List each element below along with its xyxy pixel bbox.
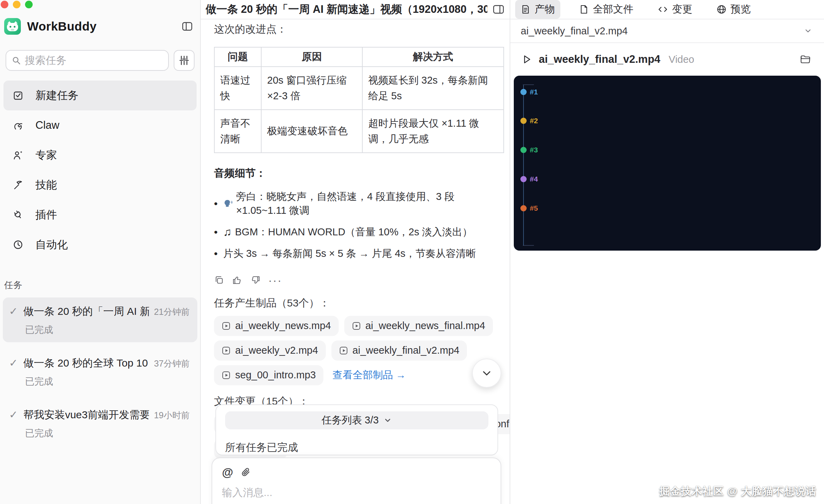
thumbs-down-button[interactable] (250, 275, 261, 285)
task-item[interactable]: ✓ 做一条 20 秒的「一周 AI 新闻... 21分钟前 已完成 (3, 297, 197, 342)
search-input[interactable] (25, 54, 163, 66)
artifact-name: seg_00_intro.mp3 (235, 369, 316, 381)
open-folder-icon[interactable] (800, 54, 811, 65)
message-content: 这次的改进点： 问题 原因 解决方式 语速过快 20s 窗口强行压缩 ×2-3 … (201, 22, 510, 459)
sidebar-item-claw[interactable]: Claw (3, 110, 197, 140)
sidebar-collapse-icon[interactable] (181, 20, 193, 32)
speaking-head-icon (223, 199, 233, 209)
task-list-toggle[interactable]: 任务列表 3/3 (225, 411, 488, 429)
column-header: 问题 (214, 47, 261, 67)
attachment-icon[interactable] (241, 467, 251, 478)
search-box[interactable] (6, 50, 169, 71)
view-all-artifacts-link[interactable]: 查看全部制品 → (332, 368, 406, 382)
artifact-file-select[interactable]: ai_weekly_final_v2.mp4 (510, 19, 824, 43)
filter-button[interactable] (174, 50, 195, 71)
tab-all-files[interactable]: 全部文件 (574, 0, 639, 19)
timeline-label: #3 (530, 146, 538, 154)
artifact-chip[interactable]: ai_weekly_v2.mp4 (214, 341, 326, 361)
message-composer[interactable]: @ (212, 457, 501, 504)
improvements-table: 问题 原因 解决方式 语速过快 20s 窗口强行压缩 ×2-3 倍 视频延长到 … (214, 47, 504, 153)
table-cell: 视频延长到 32s，每条新闻给足 5s (362, 67, 504, 110)
bullet-text: 片头 3s → 每条新闻 5s × 5 条 → 片尾 4s，节奏从容清晰 (223, 247, 476, 261)
expert-person-icon (13, 150, 24, 161)
video-file-icon (222, 321, 231, 330)
column-header: 原因 (261, 47, 362, 67)
bullet-dot: • (214, 198, 218, 210)
task-status: 已完成 (25, 375, 190, 388)
pickaxe-icon (13, 179, 24, 191)
sidebar-item-skills[interactable]: 技能 (3, 170, 197, 200)
chat-main: 做一条 20 秒的「一周 AI 新闻速递」视频（1920x1080，30fp..… (201, 0, 510, 504)
task-time: 19小时前 (154, 410, 190, 421)
plug-icon (13, 209, 24, 220)
more-actions-button[interactable]: ··· (268, 274, 282, 287)
message-input[interactable] (222, 487, 491, 498)
artifact-chip[interactable]: ai_weekly_news_final.mp4 (344, 316, 493, 336)
tab-label: 预览 (731, 2, 751, 16)
bullet-dot: • (214, 248, 218, 260)
timeline-label: #1 (530, 88, 538, 96)
artifact-chip[interactable]: ai_weekly_news.mp4 (214, 316, 339, 336)
video-preview[interactable]: #1 #2 #3 #4 #5 (514, 76, 821, 251)
sidebar-item-experts[interactable]: 专家 (3, 140, 197, 170)
task-status: 已完成 (25, 427, 190, 439)
clock-icon (13, 239, 24, 250)
bullet-text: BGM：HUMAN WORLD（音量 10%，2s 淡入淡出） (235, 225, 472, 239)
table-row: 语速过快 20s 窗口强行压缩 ×2-3 倍 视频延长到 32s，每条新闻给足 … (214, 67, 504, 110)
tab-artifacts[interactable]: 产物 (515, 0, 560, 19)
app-logo (4, 18, 21, 35)
chevron-down-icon (384, 416, 392, 425)
tab-changes[interactable]: 变更 (652, 0, 698, 19)
main-header: 做一条 20 秒的「一周 AI 新闻速递」视频（1920x1080，30fp..… (201, 0, 510, 19)
task-list-panel: 任务列表 3/3 所有任务已完成 (215, 404, 498, 455)
sidebar-item-automation[interactable]: 自动化 (3, 230, 197, 260)
artifacts-label: 任务产生制品（53个）： (214, 296, 504, 310)
watermark: 掘金技术社区 @ 大脸猫不想说话 (659, 484, 816, 498)
task-item[interactable]: ✓ 做一条 20 秒的全球 Top 10 大... 37分钟前 已完成 (3, 349, 197, 394)
table-cell: 20s 窗口强行压缩 ×2-3 倍 (261, 67, 362, 110)
table-row: 声音不清晰 极端变速破坏音色 超时片段最大仅 ×1.11 微调，几乎无感 (214, 110, 504, 153)
mention-icon[interactable]: @ (222, 466, 233, 479)
task-time: 21分钟前 (154, 306, 190, 318)
message-actions: ··· (214, 274, 504, 287)
globe-icon (717, 5, 726, 14)
sidebar-item-label: 自动化 (35, 237, 68, 252)
timeline-dot (520, 89, 527, 95)
play-icon[interactable] (521, 54, 532, 65)
music-note-icon: ♫ (223, 226, 232, 238)
sidebar-item-new-task[interactable]: 新建任务 (3, 81, 197, 110)
timeline-label: #2 (530, 117, 538, 125)
zoom-window-button[interactable] (25, 1, 33, 8)
task-status: 已完成 (25, 324, 190, 336)
tab-label: 变更 (672, 2, 692, 16)
window-controls (1, 1, 33, 8)
thumbs-up-button[interactable] (232, 275, 242, 285)
artifact-chip[interactable]: ai_weekly_final_v2.mp4 (331, 341, 467, 361)
minimize-window-button[interactable] (13, 1, 20, 8)
list-item: • 片头 3s → 每条新闻 5s × 5 条 → 片尾 4s，节奏从容清晰 (214, 243, 504, 264)
task-list-status: 所有任务已完成 (225, 440, 488, 455)
sidebar-item-plugins[interactable]: 插件 (3, 200, 197, 230)
search-icon (12, 56, 21, 65)
video-file-icon (222, 346, 231, 355)
artifact-name: ai_weekly_final_v2.mp4 (353, 345, 460, 356)
code-icon (658, 5, 668, 14)
toggle-right-panel-icon[interactable] (492, 4, 505, 15)
artifact-chip[interactable]: seg_00_intro.mp3 (214, 365, 323, 385)
sidebar: WorkBuddy (0, 0, 201, 504)
task-item[interactable]: ✓ 帮我安装vue3前端开发需要的s... 19小时前 已完成 (3, 401, 197, 446)
scroll-to-bottom-button[interactable] (472, 359, 501, 388)
conversation-title: 做一条 20 秒的「一周 AI 新闻速递」视频（1920x1080，30fp..… (206, 2, 487, 17)
workbuddy-window: WorkBuddy (0, 0, 824, 504)
table-cell: 超时片段最大仅 ×1.11 微调，几乎无感 (362, 110, 504, 153)
tab-label: 全部文件 (593, 2, 633, 16)
copy-button[interactable] (214, 275, 224, 285)
close-window-button[interactable] (1, 1, 8, 8)
tab-preview[interactable]: 预览 (711, 0, 756, 19)
chevron-down-icon (481, 367, 493, 379)
panel-tabbar: 产物 全部文件 变更 预览 (510, 0, 824, 19)
improvements-intro: 这次的改进点： (214, 22, 504, 36)
sidebar-item-label: 技能 (35, 178, 57, 192)
copy-icon (214, 275, 224, 285)
selected-file-name: ai_weekly_final_v2.mp4 (521, 25, 628, 37)
